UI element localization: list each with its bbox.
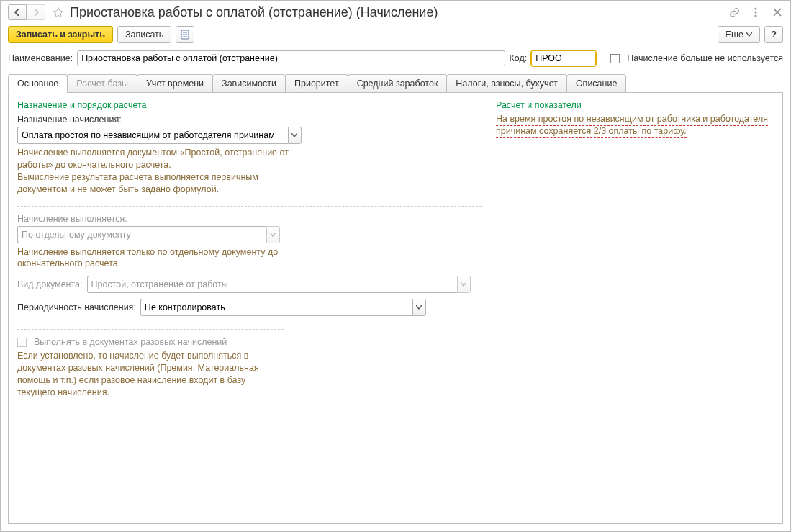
oneoff-checkbox — [17, 338, 27, 347]
separator — [17, 329, 284, 330]
exec-label: Начисление выполняется: — [17, 214, 482, 224]
nav-back-button[interactable] — [8, 4, 27, 20]
tab-7[interactable]: Описание — [566, 74, 627, 93]
not-used-checkbox[interactable] — [610, 54, 620, 63]
exec-hint: Начисление выполняется только по отдельн… — [17, 246, 312, 271]
calc-description: На время простоя по независящим от работ… — [496, 113, 774, 137]
tab-0[interactable]: Основное — [8, 74, 68, 93]
report-button[interactable] — [176, 26, 194, 43]
svg-point-1 — [754, 11, 756, 13]
chevron-down-icon — [291, 133, 297, 137]
doc-type-combo-drop — [457, 276, 471, 293]
chevron-down-icon — [746, 32, 752, 37]
chevron-down-icon — [270, 233, 276, 237]
save-and-close-label: Записать и закрыть — [16, 30, 105, 40]
tab-4[interactable]: Приоритет — [285, 74, 348, 93]
not-used-label: Начисление больше не используется — [627, 53, 783, 63]
period-combo-drop[interactable] — [412, 299, 426, 316]
link-icon[interactable] — [728, 6, 740, 18]
period-label: Периодичность начисления: — [17, 302, 136, 312]
doc-type-combo-input — [87, 276, 457, 293]
purpose-hint: Начисление выполняется документом «Прост… — [17, 147, 305, 196]
save-button[interactable]: Записать — [117, 26, 171, 43]
svg-point-2 — [754, 14, 756, 17]
document-icon — [181, 30, 189, 40]
tab-1[interactable]: Расчет базы — [67, 74, 137, 93]
purpose-combo-input[interactable] — [17, 127, 288, 144]
purpose-combo[interactable] — [17, 127, 302, 144]
arrow-left-icon — [14, 9, 21, 16]
close-icon[interactable] — [772, 6, 783, 18]
name-label: Наименование: — [8, 53, 73, 63]
svg-point-0 — [754, 7, 756, 9]
tab-5[interactable]: Средний заработок — [348, 74, 448, 93]
oneoff-hint: Если установлено, то начисление будет вы… — [17, 350, 276, 399]
section-calc-title: Расчет и показатели — [496, 100, 774, 110]
save-label: Записать — [125, 30, 163, 40]
purpose-label: Назначение начисления: — [17, 114, 482, 125]
save-and-close-button[interactable]: Записать и закрыть — [8, 26, 113, 43]
period-combo-input[interactable] — [140, 299, 412, 316]
nav-forward-button — [27, 4, 45, 20]
kebab-menu-icon[interactable] — [750, 6, 761, 18]
separator — [17, 206, 482, 207]
doc-type-combo — [87, 276, 471, 293]
exec-combo-drop — [266, 226, 280, 243]
tab-6[interactable]: Налоги, взносы, бухучет — [446, 74, 567, 93]
name-input[interactable] — [77, 50, 505, 66]
exec-combo-input — [17, 226, 266, 243]
period-combo[interactable] — [140, 299, 426, 316]
code-input[interactable] — [531, 50, 596, 66]
code-label: Код: — [510, 53, 528, 63]
more-button[interactable]: Еще — [718, 26, 760, 43]
arrow-right-icon — [32, 9, 40, 16]
window-title: Приостановка работы с оплатой (отстранен… — [70, 5, 438, 20]
oneoff-check-label: Выполнять в документах разовых начислени… — [34, 337, 227, 347]
tab-content-main: Назначение и порядок расчета Назначение … — [8, 92, 783, 524]
purpose-combo-drop[interactable] — [288, 127, 302, 144]
doc-type-label: Вид документа: — [17, 279, 83, 289]
tab-2[interactable]: Учет времени — [137, 74, 213, 93]
more-label: Еще — [726, 30, 743, 40]
chevron-down-icon — [461, 282, 466, 287]
exec-combo — [17, 226, 280, 243]
tab-3[interactable]: Зависимости — [212, 74, 286, 93]
help-button[interactable]: ? — [764, 26, 783, 43]
favorite-star-icon[interactable] — [51, 5, 65, 19]
section-assignment-title: Назначение и порядок расчета — [17, 100, 482, 110]
chevron-down-icon — [416, 305, 422, 310]
